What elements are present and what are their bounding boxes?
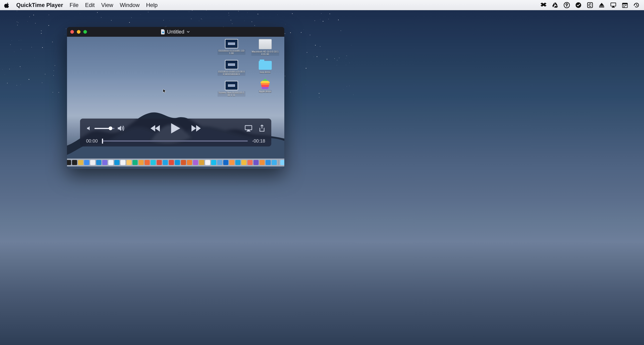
dock-app-icon[interactable] [108, 160, 114, 165]
time-machine-icon[interactable] [633, 2, 640, 8]
apple-menu-icon[interactable] [4, 2, 10, 8]
dock-app-icon[interactable] [163, 160, 168, 165]
volume-slider[interactable] [94, 128, 114, 129]
dock-app-icon[interactable] [223, 160, 228, 165]
google-drive-icon[interactable] [552, 2, 558, 8]
star-icon [54, 70, 54, 71]
dropbox-icon[interactable] [540, 2, 547, 8]
menu-edit[interactable]: Edit [85, 2, 95, 8]
dock-app-icon[interactable] [187, 160, 192, 165]
dock-app-icon[interactable] [126, 160, 132, 165]
dock-app-icon[interactable] [90, 160, 96, 165]
dock-app-icon[interactable] [230, 160, 234, 165]
dock-app-icon[interactable] [96, 160, 102, 165]
window-minimize-button[interactable] [77, 30, 80, 34]
star-icon [21, 40, 21, 40]
star-icon [330, 13, 330, 14]
volume-high-icon[interactable] [117, 124, 125, 132]
svg-point-11 [162, 31, 164, 33]
app-name[interactable]: QuickTime Player [16, 2, 63, 8]
dock-app-icon[interactable] [217, 160, 222, 165]
star-icon [35, 23, 36, 23]
dock-app-icon[interactable] [114, 160, 120, 165]
volume-thumb[interactable] [109, 126, 112, 130]
share-button[interactable] [259, 125, 265, 132]
volume-low-icon[interactable] [86, 125, 92, 131]
star-icon [129, 22, 130, 23]
svg-rect-8 [624, 5, 624, 6]
rewind-button[interactable] [150, 124, 160, 132]
quicktime-window: Untitled 01010010 01101000 1101 00 [67, 27, 284, 169]
onepassword-icon[interactable] [564, 2, 570, 8]
dock-folder-icon[interactable] [280, 160, 284, 165]
dock-app-icon[interactable] [132, 160, 138, 165]
volume-fill [94, 128, 110, 129]
star-icon [343, 89, 344, 89]
dock-app-icon[interactable] [181, 160, 186, 165]
dock-app-icon[interactable] [120, 160, 126, 165]
dock-app-icon[interactable] [199, 160, 204, 165]
star-icon [319, 97, 320, 97]
star-icon [337, 60, 337, 60]
star-icon [328, 19, 329, 19]
window-titlebar[interactable]: Untitled [67, 27, 284, 37]
dock-app-icon[interactable] [236, 160, 240, 165]
play-button[interactable] [170, 123, 181, 133]
star-icon [17, 25, 18, 25]
dock-app-icon[interactable] [266, 160, 271, 165]
dock-app-icon[interactable] [145, 160, 150, 165]
dock-app-icon[interactable] [78, 160, 83, 165]
window-title-group: Untitled [67, 29, 284, 35]
star-icon [192, 10, 192, 11]
window-zoom-button[interactable] [83, 30, 87, 34]
dock-app-icon[interactable] [272, 160, 277, 165]
dock-app-icon[interactable] [102, 160, 108, 165]
airplay-button[interactable] [245, 125, 252, 132]
star-icon [28, 21, 28, 22]
star-icon [258, 14, 258, 14]
star-icon [254, 25, 255, 26]
dock-app-icon[interactable] [248, 160, 253, 165]
star-icon [304, 29, 304, 30]
star-icon [33, 15, 34, 15]
dock-app-icon[interactable] [175, 160, 180, 165]
disk-icon [259, 39, 272, 49]
menu-help[interactable]: Help [146, 2, 158, 8]
dock-app-icon[interactable] [193, 160, 198, 165]
star-icon [48, 25, 49, 26]
dock-app-icon[interactable] [242, 160, 246, 165]
menu-window[interactable]: Window [120, 2, 140, 8]
star-icon [323, 21, 324, 22]
dock-app-icon[interactable] [84, 160, 89, 165]
star-icon [314, 57, 314, 57]
dock-app-icon[interactable] [254, 160, 259, 165]
dock-app-icon[interactable] [151, 160, 156, 165]
star-icon [28, 79, 29, 80]
airplay-menubar-icon[interactable] [610, 2, 616, 8]
checkmark-circle-icon[interactable] [575, 2, 582, 8]
seek-thumb[interactable] [102, 139, 103, 144]
dock-app-icon[interactable] [169, 160, 174, 165]
dock-app-icon[interactable] [72, 160, 77, 165]
dock-app-icon[interactable] [260, 160, 265, 165]
dock-app-icon[interactable] [67, 160, 71, 165]
seek-slider[interactable] [102, 140, 248, 142]
chevron-down-icon[interactable] [186, 29, 190, 34]
menu-view[interactable]: View [101, 2, 113, 8]
c-square-icon[interactable] [587, 2, 593, 8]
dock-app-icon[interactable] [211, 160, 216, 165]
fast-forward-button[interactable] [192, 124, 201, 132]
star-icon [339, 58, 340, 58]
window-close-button[interactable] [70, 30, 74, 34]
star-icon [346, 65, 346, 65]
dock-app-icon[interactable] [139, 160, 144, 165]
star-icon [199, 21, 199, 21]
star-icon [9, 69, 10, 69]
video-viewport[interactable]: 01010010 01101000 1101 00 01010010 01001… [67, 37, 284, 169]
eject-icon[interactable] [598, 2, 605, 8]
menu-file[interactable]: File [70, 2, 79, 8]
calendar-icon[interactable] [622, 2, 628, 8]
dock-app-icon[interactable] [205, 160, 210, 165]
star-icon [252, 21, 252, 22]
dock-app-icon[interactable] [157, 160, 162, 165]
